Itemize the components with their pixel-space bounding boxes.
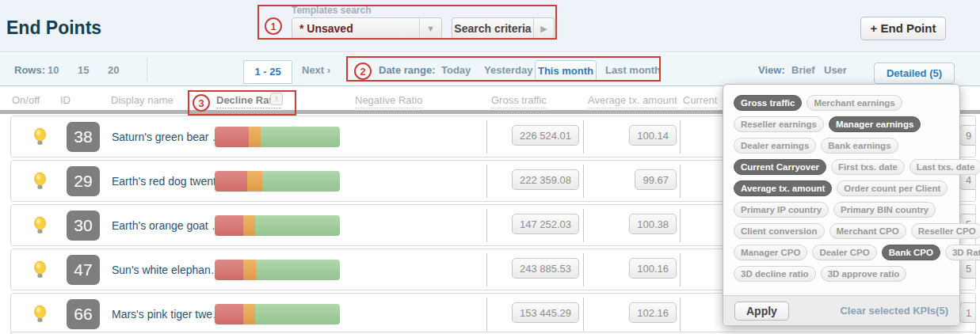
endpoint-id-badge: 66 (67, 299, 100, 329)
kpi-tag[interactable]: Manager earnings (829, 116, 921, 132)
kpi-tag[interactable]: Merchant CPO (829, 223, 906, 239)
kpi-tag[interactable]: Primary BIN country (833, 202, 936, 218)
col-current[interactable]: Current (683, 94, 717, 106)
annotation-box-2 (346, 56, 661, 82)
rows-label: Rows: (14, 64, 45, 76)
kpi-tag[interactable]: Bank CPO (882, 245, 940, 260)
kpi-tag[interactable]: 3D Ratio (945, 245, 980, 260)
kpi-tag[interactable]: 3D decline ratio (734, 266, 816, 282)
kpi-tag[interactable]: Client conversion (734, 223, 825, 239)
page-title: End Points (6, 17, 101, 39)
annotation-badge-3: 3 (193, 94, 210, 112)
ratio-approved-segment (261, 127, 340, 147)
annotation-box-1 (257, 5, 557, 40)
kpi-tag[interactable]: Primary IP country (734, 202, 829, 218)
rows-option-20[interactable]: 20 (108, 64, 119, 76)
annotation-badge-1: 1 (265, 17, 282, 35)
bulb-on-icon[interactable] (33, 305, 47, 327)
annotation-badge-2: 2 (354, 63, 372, 80)
gross-traffic-value: 222 359.08 (512, 169, 579, 190)
kpi-popup-footer: Apply Clear selected KPIs(5) (723, 295, 959, 325)
endpoint-id-badge: 38 (67, 122, 100, 152)
avg-tx-value: 100.38 (629, 214, 677, 234)
toolbar-divider (147, 58, 147, 82)
bulb-on-icon[interactable] (33, 216, 47, 238)
col-avg-tx[interactable]: Average tx. amount (588, 94, 677, 106)
col-onoff: On/off (12, 94, 40, 106)
col-id: ID (60, 94, 71, 106)
avg-tx-value: 100.16 (629, 258, 677, 279)
col-negative-ratio[interactable]: Negative Ratio (355, 94, 422, 106)
clipped-kpi-value: 1 (959, 302, 976, 323)
clipped-kpi-value: 9 (959, 125, 976, 146)
kpi-tag[interactable]: Last txs. date (909, 159, 980, 175)
view-label: View: (758, 64, 785, 76)
kpi-tag-list: Gross traffic Merchant earnings Reseller… (723, 85, 959, 282)
endpoint-name-link[interactable]: Sun's white elephan… (112, 264, 222, 276)
pagination-current[interactable]: 1 - 25 (243, 60, 292, 84)
endpoints-page: End Points Templates search * Unsaved ▼ … (0, 0, 980, 334)
kpi-tag[interactable]: 3D approve ratio (821, 266, 907, 282)
view-option-brief[interactable]: Brief (791, 64, 815, 76)
ratio-declined-segment (215, 127, 249, 147)
col-gross-traffic[interactable]: Gross traffic (491, 94, 547, 106)
decline-ratio-bar (215, 260, 340, 280)
endpoint-id-badge: 47 (67, 255, 100, 285)
gross-traffic-value: 147 252.03 (512, 214, 579, 234)
bulb-on-icon[interactable] (33, 127, 47, 150)
endpoint-name-link[interactable]: Earth's orange goat … (112, 219, 223, 232)
kpi-tag[interactable]: Order count per Client (837, 180, 948, 196)
ratio-pending-segment (249, 127, 261, 147)
bulb-on-icon[interactable] (33, 260, 47, 283)
kpi-tag[interactable]: Current Carryover (734, 159, 826, 175)
decline-ratio-bar (215, 304, 340, 325)
add-endpoint-button[interactable]: + End Point (860, 17, 946, 40)
view-option-user[interactable]: User (824, 64, 847, 76)
endpoint-id-badge: 30 (67, 211, 100, 241)
endpoint-name-link[interactable]: Earth's red dog twenty (112, 175, 222, 188)
kpi-tag[interactable]: Bank earnings (821, 138, 898, 154)
kpi-tag[interactable]: Dealer CPO (812, 245, 876, 260)
endpoint-name-link[interactable]: Saturn's green bear … (112, 131, 223, 143)
rows-option-10[interactable]: 10 (48, 64, 59, 76)
avg-tx-value: 102.16 (629, 302, 677, 323)
col-display-name: Display name (111, 94, 174, 106)
kpi-tag[interactable]: Manager CPO (734, 245, 807, 260)
bulb-on-icon[interactable] (33, 172, 47, 194)
kpi-selector-popup: Gross traffic Merchant earnings Reseller… (723, 84, 960, 326)
gross-traffic-value: 226 524.01 (512, 125, 579, 146)
decline-ratio-bar (215, 171, 340, 192)
kpi-tag[interactable]: Dealer earnings (734, 138, 816, 154)
kpi-tag[interactable]: Gross traffic (734, 95, 802, 111)
kpi-tag[interactable]: Reseller earnings (734, 116, 824, 132)
gross-traffic-value: 153 445.29 (512, 302, 579, 323)
decline-ratio-bar (215, 127, 340, 147)
gross-traffic-value: 243 885.53 (512, 258, 579, 279)
kpi-tag[interactable]: Merchant earnings (806, 95, 902, 111)
view-option-detailed[interactable]: Detailed (5) (874, 63, 955, 84)
avg-tx-value: 99.67 (635, 169, 677, 190)
clear-kpis-link[interactable]: Clear selected KPIs(5) (840, 305, 948, 317)
endpoint-name-link[interactable]: Mars's pink tiger twe… (112, 308, 223, 321)
decline-ratio-bar (215, 215, 340, 236)
pagination-next[interactable]: Next › (302, 64, 330, 76)
endpoint-id-badge: 29 (67, 166, 100, 196)
avg-tx-value: 100.14 (629, 125, 677, 146)
clipped-kpi-value: 5 (959, 258, 976, 279)
kpi-tag[interactable]: Average tx. amount (734, 180, 832, 196)
rows-option-15[interactable]: 15 (78, 64, 89, 76)
kpi-tag[interactable]: First txs. date (831, 159, 905, 175)
kpi-tag[interactable]: Reseller CPO (911, 223, 980, 239)
apply-button[interactable]: Apply (734, 302, 789, 321)
